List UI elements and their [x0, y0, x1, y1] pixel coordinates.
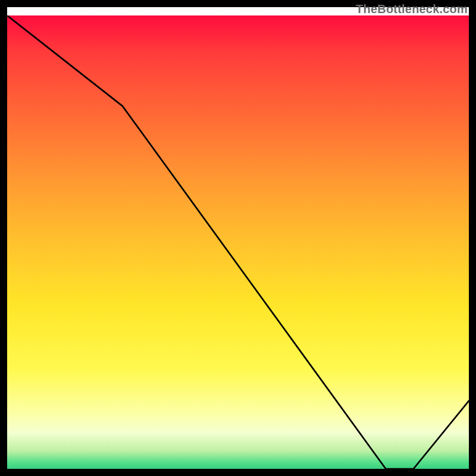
chart-plot-area: [7, 15, 469, 469]
watermark-text: TheBottleneck.com: [356, 2, 468, 16]
chart-series-line: [7, 15, 469, 469]
chart-svg: [7, 15, 469, 469]
